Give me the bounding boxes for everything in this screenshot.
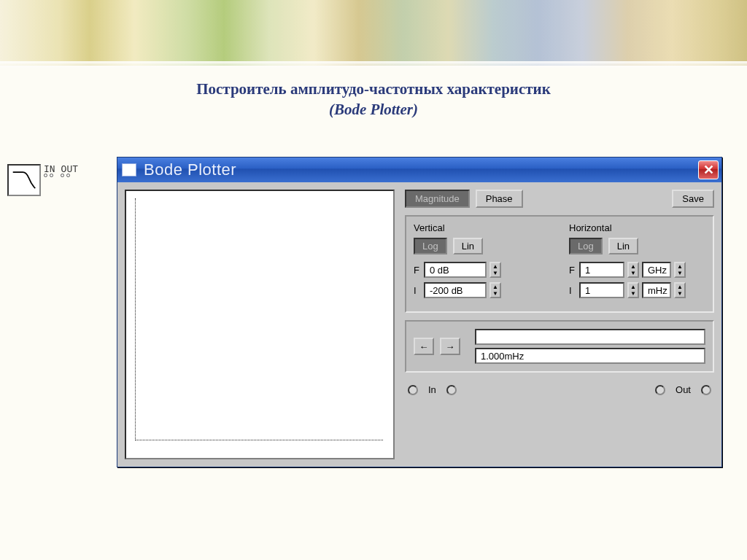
chevron-up-icon: ▲ <box>676 263 684 270</box>
chevron-up-icon: ▲ <box>491 263 500 270</box>
horizontal-f-label: F <box>569 265 576 276</box>
arrow-left-icon: ← <box>419 341 429 352</box>
titlebar[interactable]: Bode Plotter ✕ <box>117 158 721 182</box>
window-title: Bode Plotter <box>144 160 691 179</box>
vertical-i-spinner[interactable]: ▲▼ <box>489 282 501 298</box>
bode-curve-svg <box>12 168 36 191</box>
instrument-port-labels: IN OUT <box>44 164 78 177</box>
horizontal-f-unit-spinner[interactable]: ▲▼ <box>674 262 686 278</box>
vertical-log-button[interactable]: Log <box>414 238 447 254</box>
horizontal-log-button[interactable]: Log <box>569 238 603 254</box>
slide-decoration <box>0 0 747 66</box>
bode-curve-icon <box>7 164 41 196</box>
horizontal-i-unit-spinner[interactable]: ▲▼ <box>674 282 686 298</box>
chevron-down-icon: ▼ <box>491 270 500 276</box>
bode-plotter-component-icon[interactable]: IN OUT <box>7 164 78 196</box>
vertical-axis-group: Vertical Log Lin F 0 dB ▲▼ I -200 dB ▲▼ <box>414 222 550 303</box>
horizontal-axis-group: Horizontal Log Lin F 1 ▲▼ GHz ▲▼ I 1 <box>569 222 705 303</box>
chevron-up-icon: ▲ <box>629 284 638 290</box>
chevron-down-icon: ▼ <box>676 290 684 297</box>
horizontal-f-unit[interactable]: GHz <box>642 262 671 278</box>
vertical-f-label: F <box>414 265 421 276</box>
controls-panel: Magnitude Phase Save Vertical Log Lin F … <box>405 190 714 459</box>
save-button[interactable]: Save <box>672 190 714 208</box>
chevron-down-icon: ▼ <box>629 290 638 297</box>
port-dot <box>44 174 47 177</box>
bode-plotter-window: Bode Plotter ✕ Magnitude Phase Save Vert… <box>117 157 722 467</box>
magnitude-button[interactable]: Magnitude <box>405 190 470 208</box>
vertical-f-spinner[interactable]: ▲▼ <box>489 262 501 278</box>
horizontal-f-value[interactable]: 1 <box>579 262 624 278</box>
horizontal-i-unit[interactable]: mHz <box>642 282 671 298</box>
window-icon <box>122 163 136 176</box>
cursor-panel: ← → 1.000mHz <box>405 320 714 373</box>
out-label: Out <box>676 384 691 395</box>
vertical-title: Vertical <box>414 222 550 233</box>
io-row: In Out <box>405 383 714 398</box>
vertical-i-label: I <box>414 285 421 296</box>
horizontal-i-spinner[interactable]: ▲▼ <box>627 282 639 298</box>
cursor-left-button[interactable]: ← <box>414 338 434 355</box>
horizontal-f-spinner[interactable]: ▲▼ <box>627 262 639 278</box>
port-dot <box>66 174 70 177</box>
arrow-right-icon: → <box>446 341 455 352</box>
title-line-1: Построитель амплитудо-частотных характер… <box>0 79 747 99</box>
vertical-i-value[interactable]: -200 dB <box>424 282 487 298</box>
vertical-lin-button[interactable]: Lin <box>453 238 483 254</box>
port-dot <box>50 174 53 177</box>
in-port-right[interactable] <box>446 385 457 395</box>
chevron-up-icon: ▲ <box>676 284 684 290</box>
chevron-up-icon: ▲ <box>491 284 500 290</box>
close-icon: ✕ <box>703 162 714 178</box>
port-dot <box>61 174 64 177</box>
cursor-readout-top <box>475 329 705 345</box>
plot-area[interactable] <box>125 190 395 459</box>
page-title: Построитель амплитудо-частотных характер… <box>0 79 747 120</box>
in-port-left[interactable] <box>408 385 418 395</box>
horizontal-i-value[interactable]: 1 <box>579 282 624 298</box>
horizontal-title: Horizontal <box>569 222 705 233</box>
horizontal-i-label: I <box>569 285 576 296</box>
in-label: In <box>428 384 436 395</box>
cursor-right-button[interactable]: → <box>440 338 460 355</box>
horizontal-lin-button[interactable]: Lin <box>608 238 638 254</box>
chevron-down-icon: ▼ <box>629 270 638 276</box>
title-line-2: (Bode Plotter) <box>0 99 747 120</box>
out-port-right[interactable] <box>701 385 711 395</box>
out-port-left[interactable] <box>655 385 665 395</box>
mode-buttons: Magnitude Phase Save <box>405 190 714 208</box>
close-button[interactable]: ✕ <box>698 160 719 179</box>
phase-button[interactable]: Phase <box>476 190 523 208</box>
axes-panel: Vertical Log Lin F 0 dB ▲▼ I -200 dB ▲▼ <box>405 215 714 313</box>
chevron-up-icon: ▲ <box>629 263 638 270</box>
chevron-down-icon: ▼ <box>676 270 684 276</box>
window-body: Magnitude Phase Save Vertical Log Lin F … <box>117 182 721 467</box>
vertical-f-value[interactable]: 0 dB <box>424 262 487 278</box>
cursor-readout-bottom: 1.000mHz <box>475 348 705 364</box>
chevron-down-icon: ▼ <box>491 290 500 297</box>
